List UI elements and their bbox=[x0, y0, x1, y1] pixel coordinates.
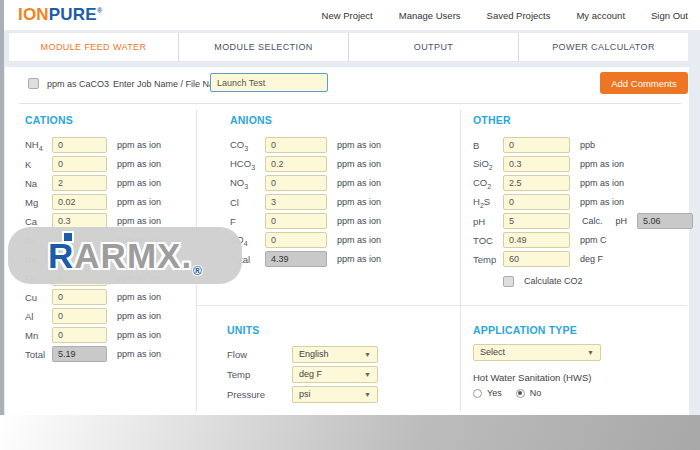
job-name-input[interactable] bbox=[210, 73, 328, 92]
ph-input[interactable] bbox=[503, 213, 570, 229]
anion-row-no3: NO3 ppm as ion bbox=[230, 175, 381, 191]
tab-module-selection[interactable]: MODULE SELECTION bbox=[178, 33, 348, 61]
flow-dropdown[interactable]: English▼ bbox=[292, 346, 378, 363]
calc-label: Calc. bbox=[582, 216, 603, 226]
calc-co2-row: Calculate CO2 bbox=[503, 273, 583, 289]
co3-label: CO3 bbox=[230, 139, 265, 152]
ppm-caco3-label: ppm as CaCO3 bbox=[47, 79, 109, 89]
mg-input[interactable] bbox=[52, 194, 107, 210]
anion-row-co3: CO3 ppm as ion bbox=[230, 137, 381, 153]
hco3-unit: ppm as ion bbox=[337, 159, 381, 169]
pressure-dropdown[interactable]: psi▼ bbox=[292, 386, 378, 403]
calc-ph-label: pH bbox=[616, 216, 628, 226]
chevron-down-icon: ▼ bbox=[364, 371, 371, 378]
sio2-label: SiO2 bbox=[473, 158, 503, 171]
nh4-input[interactable] bbox=[52, 137, 107, 153]
cu-label: Cu bbox=[25, 292, 52, 303]
ca-label: Ca bbox=[25, 216, 52, 227]
temp-input[interactable] bbox=[503, 251, 570, 267]
nav-new-project[interactable]: New Project bbox=[322, 10, 373, 21]
other-row-ph: pH Calc. pH bbox=[473, 213, 693, 229]
al-input[interactable] bbox=[52, 308, 107, 324]
chevron-down-icon: ▼ bbox=[587, 349, 594, 356]
na-input[interactable] bbox=[52, 175, 107, 191]
cu-input[interactable] bbox=[52, 289, 107, 305]
flow-label: Flow bbox=[227, 349, 292, 360]
hco3-input[interactable] bbox=[265, 156, 327, 172]
registered-mark: ® bbox=[97, 7, 102, 14]
watermark-dot bbox=[64, 233, 72, 241]
anion-row-hco3: HCO3 ppm as ion bbox=[230, 156, 381, 172]
k-input[interactable] bbox=[52, 156, 107, 172]
no3-input[interactable] bbox=[265, 175, 327, 191]
tab-module-feed-water[interactable]: MODULE FEED WATER bbox=[9, 33, 178, 61]
hws-no-radio[interactable] bbox=[516, 389, 525, 398]
units-row-temp: Temp deg F▼ bbox=[227, 366, 378, 382]
tab-bar: MODULE FEED WATER MODULE SELECTION OUTPU… bbox=[8, 32, 689, 62]
hws-radio-row: Yes No bbox=[473, 385, 541, 401]
ph-label: pH bbox=[473, 216, 503, 227]
cation-row-al: Al ppm as ion bbox=[25, 308, 161, 324]
cation-row-mn: Mn ppm as ion bbox=[25, 327, 161, 343]
add-comments-button[interactable]: Add Comments bbox=[600, 72, 688, 94]
k-unit: ppm as ion bbox=[117, 159, 161, 169]
anion-row-so4: SO4 ppm as ion bbox=[230, 232, 381, 248]
other-row-b: B ppb bbox=[473, 137, 595, 153]
cations-total-field bbox=[52, 346, 107, 362]
toc-unit: ppm C bbox=[580, 235, 607, 245]
f-label: F bbox=[230, 216, 265, 227]
nav-sign-out[interactable]: Sign Out bbox=[651, 10, 688, 21]
tab-output[interactable]: OUTPUT bbox=[348, 33, 518, 61]
left-edge-strip bbox=[0, 0, 4, 415]
chevron-down-icon: ▼ bbox=[364, 391, 371, 398]
co2-input[interactable] bbox=[503, 175, 570, 191]
cation-row-nh4: NH4 ppm as ion bbox=[25, 137, 161, 153]
pressure-label: Pressure bbox=[227, 389, 292, 400]
nav-saved-projects[interactable]: Saved Projects bbox=[487, 10, 551, 21]
temp-dropdown[interactable]: deg F▼ bbox=[292, 366, 378, 383]
other-row-h2s: H2S ppm as ion bbox=[473, 194, 624, 210]
co2-unit: ppm as ion bbox=[580, 178, 624, 188]
top-header: IONPURE® New Project Manage Users Saved … bbox=[4, 0, 700, 30]
anion-row-cl: Cl ppm as ion bbox=[230, 194, 381, 210]
toc-input[interactable] bbox=[503, 232, 570, 248]
al-unit: ppm as ion bbox=[117, 311, 161, 321]
calculate-co2-checkbox[interactable] bbox=[503, 276, 514, 287]
application-type-dropdown[interactable]: Select▼ bbox=[473, 344, 601, 361]
tab-power-calculator[interactable]: POWER CALCULATOR bbox=[518, 33, 688, 61]
other-row-temp: Temp deg F bbox=[473, 251, 603, 267]
b-input[interactable] bbox=[503, 137, 570, 153]
other-row-co2: CO2 ppm as ion bbox=[473, 175, 624, 191]
no3-label: NO3 bbox=[230, 177, 265, 190]
hws-yes-radio[interactable] bbox=[473, 389, 482, 398]
sio2-unit: ppm as ion bbox=[580, 159, 624, 169]
sio2-input[interactable] bbox=[503, 156, 570, 172]
other-row-sio2: SiO2 ppm as ion bbox=[473, 156, 624, 172]
cl-input[interactable] bbox=[265, 194, 327, 210]
mn-input[interactable] bbox=[52, 327, 107, 343]
f-input[interactable] bbox=[265, 213, 327, 229]
ppm-caco3-checkbox[interactable] bbox=[28, 78, 39, 89]
h2s-label: H2S bbox=[473, 196, 503, 209]
so4-unit: ppm as ion bbox=[337, 235, 381, 245]
application-select-row: Select▼ bbox=[473, 344, 601, 360]
co2-label: CO2 bbox=[473, 177, 503, 190]
watermark-text: RARMX. bbox=[48, 238, 192, 273]
b-unit: ppb bbox=[580, 140, 595, 150]
nav-my-account[interactable]: My account bbox=[576, 10, 625, 21]
hco3-label: HCO3 bbox=[230, 158, 265, 171]
h2s-unit: ppm as ion bbox=[580, 197, 624, 207]
h2s-input[interactable] bbox=[503, 194, 570, 210]
nav-manage-users[interactable]: Manage Users bbox=[399, 10, 461, 21]
na-unit: ppm as ion bbox=[117, 178, 161, 188]
units-row-flow: Flow English▼ bbox=[227, 346, 378, 362]
f-unit: ppm as ion bbox=[337, 216, 381, 226]
cation-row-total: Total ppm as ion bbox=[25, 346, 161, 362]
na-label: Na bbox=[25, 178, 52, 189]
co3-input[interactable] bbox=[265, 137, 327, 153]
nh4-unit: ppm as ion bbox=[117, 140, 161, 150]
units-title: UNITS bbox=[227, 324, 260, 336]
so4-input[interactable] bbox=[265, 232, 327, 248]
co3-unit: ppm as ion bbox=[337, 140, 381, 150]
cu-unit: ppm as ion bbox=[117, 292, 161, 302]
